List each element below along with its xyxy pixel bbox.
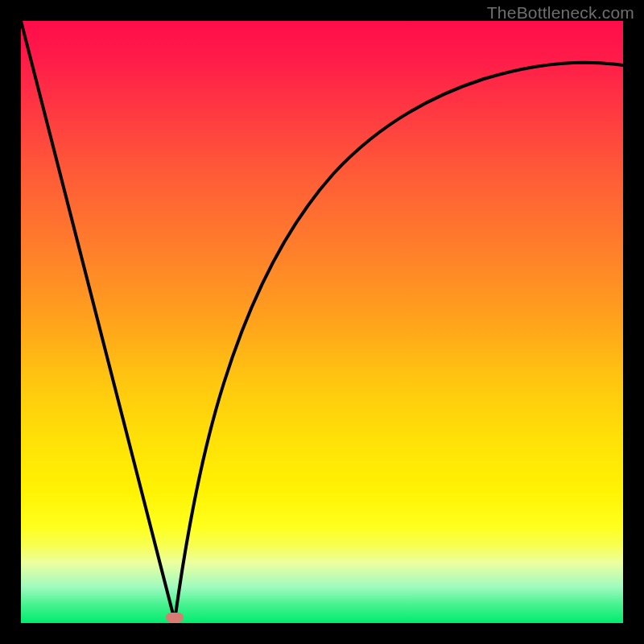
chart-area bbox=[21, 21, 623, 623]
watermark-text: TheBottleneck.com bbox=[487, 3, 634, 23]
curve-path bbox=[21, 21, 623, 621]
chart-lines bbox=[21, 21, 623, 623]
minimum-marker bbox=[166, 613, 184, 622]
